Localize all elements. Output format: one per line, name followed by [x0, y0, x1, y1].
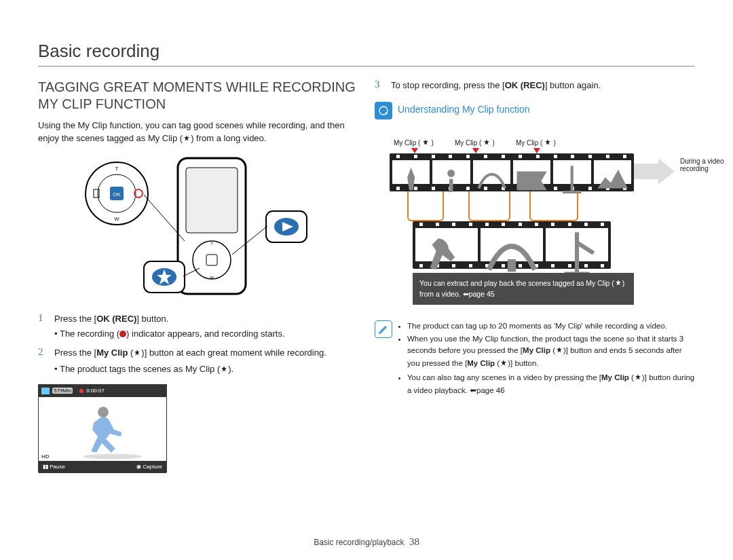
my-clip-diagram: My Clip () My Clip () My Clip () During … — [375, 126, 695, 282]
arrow-right-icon — [634, 159, 675, 185]
svg-rect-26 — [508, 259, 516, 272]
tag-marker-icon — [411, 148, 418, 153]
step-number: 2 — [38, 346, 48, 377]
rec-dot-icon — [79, 389, 83, 393]
my-clip-icon — [183, 134, 191, 147]
svg-point-25 — [447, 170, 455, 177]
step-body: Press the [OK (REC)] button. • The recor… — [54, 312, 358, 341]
svg-point-21 — [83, 453, 142, 459]
svg-point-22 — [98, 407, 109, 417]
svg-text:W: W — [210, 276, 214, 280]
note-item: The product can tag up to 20 moments as … — [407, 320, 695, 332]
tag-marker-icon — [533, 148, 540, 153]
myclip-tag-label: My Clip () — [455, 138, 495, 148]
step-body: Press the [My Clip ()] button at each gr… — [54, 346, 358, 377]
page-footer: Basic recording/playback 38 — [0, 536, 733, 548]
my-clip-icon — [634, 373, 642, 385]
my-clip-icon — [133, 348, 141, 361]
my-clip-icon — [500, 359, 508, 371]
remaining-time: 579Min — [52, 388, 73, 394]
during-recording-label: During a video recording — [680, 157, 733, 172]
tag-marker-icon — [472, 148, 479, 153]
intro-text: Using the My Clip function, you can tag … — [38, 119, 358, 147]
diagram-caption: You can extract and play back the scenes… — [413, 273, 634, 305]
step-3: 3 To stop recording, press the [OK (REC)… — [375, 79, 695, 92]
filmstrip-source — [390, 153, 634, 191]
footer-section: Basic recording/playback — [314, 538, 404, 547]
svg-text:OK: OK — [113, 191, 121, 198]
capture-label: ◉ Capture — [136, 464, 162, 470]
svg-text:T: T — [210, 242, 213, 246]
step-2: 2 Press the [My Clip ()] button at each … — [38, 346, 358, 377]
step-number: 1 — [38, 312, 48, 341]
page-title: Basic recording — [38, 41, 695, 67]
record-indicator-icon — [119, 331, 126, 337]
note-pencil-icon — [375, 320, 392, 338]
svg-text:W: W — [114, 216, 119, 222]
note-panel: The product can tag up to 20 moments as … — [375, 320, 695, 398]
svg-rect-24 — [449, 179, 453, 191]
pause-label: ▮▮ Pause — [43, 464, 65, 470]
my-clip-icon — [220, 364, 228, 377]
step-number: 3 — [375, 79, 384, 92]
step-1: 1 Press the [OK (REC)] button. • The rec… — [38, 312, 358, 341]
right-column: 3 To stop recording, press the [OK (REC)… — [375, 79, 695, 472]
info-q-icon — [375, 102, 392, 119]
svg-text:T: T — [115, 166, 119, 172]
info-title: Understanding My Clip function — [398, 104, 530, 119]
left-column: TAGGING GREAT MOMENTS WHILE RECORDING MY… — [38, 79, 358, 472]
hd-badge: HD — [41, 453, 50, 460]
storage-icon — [41, 388, 50, 394]
myclip-tag-label: My Clip () — [394, 138, 434, 148]
my-clip-icon — [614, 279, 622, 290]
myclip-tag-label: My Clip () — [516, 138, 556, 148]
svg-rect-9 — [186, 168, 238, 233]
svg-rect-11 — [206, 255, 217, 265]
note-item: You can also tag any scenes in a video b… — [407, 372, 695, 396]
timer: 0:00:07 — [86, 388, 105, 394]
step-body: To stop recording, press the [OK (REC)] … — [391, 79, 695, 92]
filmstrip-extracted — [413, 221, 611, 269]
page-number: 38 — [409, 536, 419, 547]
note-item: When you use the My Clip function, the p… — [407, 333, 695, 370]
my-clip-icon — [555, 346, 563, 358]
info-panel: Understanding My Clip function — [375, 102, 695, 119]
note-body: The product can tag up to 20 moments as … — [398, 320, 695, 398]
preview-frame: HD — [39, 397, 166, 461]
device-illustration: OK T W T W — [38, 149, 358, 305]
section-heading: TAGGING GREAT MOMENTS WHILE RECORDING MY… — [38, 79, 358, 113]
preview-screenshot: 579Min 0:00:07 HD ▮▮ Pause ◉ Capture — [38, 384, 167, 472]
